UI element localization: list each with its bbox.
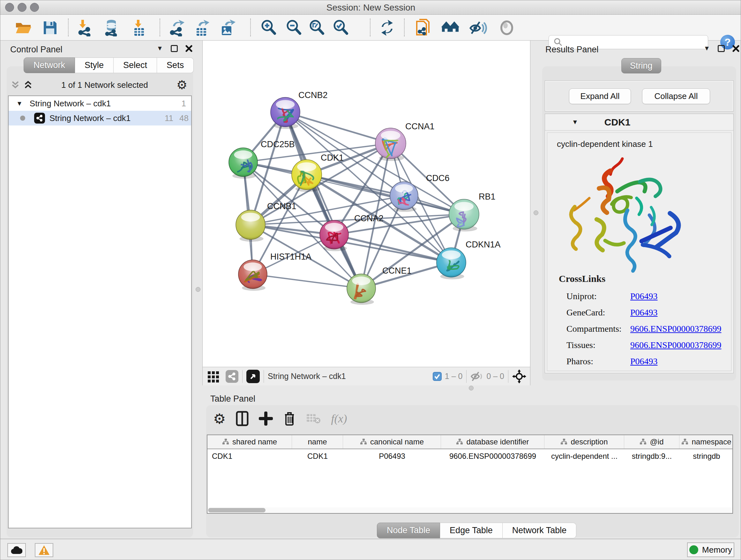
- memory-button[interactable]: Memory: [687, 543, 734, 557]
- home-networks-button[interactable]: [441, 19, 459, 37]
- table-hscrollbar-thumb[interactable]: [208, 508, 266, 512]
- tab-sets[interactable]: Sets: [157, 57, 194, 73]
- column-header-namespace[interactable]: namespace: [679, 435, 733, 449]
- node-CDK1[interactable]: [292, 160, 322, 192]
- edge-CCNB2-CCNA1[interactable]: [285, 112, 391, 143]
- control-panel-float-icon[interactable]: [171, 45, 178, 52]
- crosslink-row: Uniprot:P06493: [566, 288, 725, 304]
- table-cell[interactable]: CDK1: [292, 449, 343, 463]
- network-options-gear-icon[interactable]: ⚙: [177, 78, 187, 92]
- export-image-icon: [219, 19, 237, 37]
- right-splitter-handle[interactable]: [534, 210, 538, 215]
- results-panel-collapse-icon[interactable]: ▼: [704, 45, 710, 52]
- table-panel-tabs: Node TableEdge TableNetwork Table: [377, 523, 576, 538]
- import-table-file-button[interactable]: [130, 19, 148, 37]
- column-header-shared-name[interactable]: shared name: [207, 435, 292, 449]
- warnings-button[interactable]: [35, 543, 53, 557]
- column-header-canonical-name[interactable]: canonical name: [343, 435, 441, 449]
- table-cell[interactable]: cyclin-dependent ...: [544, 449, 624, 463]
- table-cell[interactable]: CDK1: [207, 449, 292, 463]
- open-session-button[interactable]: [14, 19, 32, 37]
- network-canvas[interactable]: CCNB2CCNA1CDC25BCDK1CDC6RB1CCNB1CCNA2CDK…: [202, 41, 530, 367]
- refresh-view-button[interactable]: [378, 19, 396, 37]
- string-import-button[interactable]: [414, 19, 432, 37]
- zoom-selected-button[interactable]: [332, 19, 350, 37]
- crosslink-link[interactable]: P06493: [630, 291, 658, 301]
- tree-expander-icon[interactable]: ▼: [16, 100, 23, 107]
- crosslink-link[interactable]: 9606.ENSP00000378699: [630, 324, 721, 334]
- grid-view-icon[interactable]: [207, 370, 220, 383]
- column-header-@id[interactable]: @id: [624, 435, 679, 449]
- node-HIST1H1A[interactable]: [239, 260, 267, 291]
- crosslink-link[interactable]: 9606.ENSP00000378699: [630, 340, 721, 350]
- tab-node-table[interactable]: Node Table: [377, 523, 440, 538]
- node-RB1[interactable]: [449, 199, 479, 232]
- bottom-splitter-handle[interactable]: [469, 386, 474, 390]
- birds-eye-toggle-button[interactable]: [498, 19, 516, 37]
- table-cell[interactable]: stringdb:9...: [624, 449, 679, 463]
- table-cell[interactable]: stringdb: [679, 449, 733, 463]
- zoom-in-button[interactable]: [260, 19, 278, 37]
- collapse-all-icon[interactable]: [10, 80, 20, 90]
- crosslink-link[interactable]: P06493: [630, 307, 658, 318]
- results-panel-float-icon[interactable]: [718, 45, 725, 52]
- hidden-counts: 0 – 0: [486, 372, 504, 381]
- show-columns-icon[interactable]: [236, 411, 249, 426]
- expand-all-button[interactable]: Expand All: [569, 88, 631, 104]
- tab-network-table[interactable]: Network Table: [502, 523, 577, 538]
- add-column-icon[interactable]: [259, 412, 273, 426]
- network-row[interactable]: String Network – cdk1 11 48: [9, 111, 191, 125]
- export-network-button[interactable]: [168, 19, 186, 37]
- results-tab-string[interactable]: String: [621, 58, 661, 73]
- node-CCNA1[interactable]: [375, 128, 406, 161]
- table-row[interactable]: CDK1CDK1P064939606.ENSP00000378699cyclin…: [207, 449, 732, 463]
- crosslink-link[interactable]: P06493: [630, 356, 658, 367]
- export-table-button[interactable]: [193, 19, 211, 37]
- zoom-out-button[interactable]: [285, 19, 303, 37]
- string-view-icon[interactable]: [226, 370, 239, 383]
- column-header-description[interactable]: description: [544, 435, 624, 449]
- tab-network[interactable]: Network: [23, 57, 75, 73]
- edge-CCNA2-CDKN1A[interactable]: [334, 235, 451, 262]
- column-header-name[interactable]: name: [292, 435, 343, 449]
- table-cell[interactable]: P06493: [343, 449, 441, 463]
- collapse-all-button[interactable]: Collapse All: [642, 88, 710, 104]
- gene-section-header[interactable]: ▼ CDK1: [545, 114, 733, 131]
- network-collection-row[interactable]: ▼ String Network – cdk1 1: [9, 96, 191, 111]
- hide-unhide-button[interactable]: [469, 19, 487, 37]
- tab-style[interactable]: Style: [75, 57, 114, 73]
- delete-column-icon[interactable]: [283, 411, 296, 426]
- node-table[interactable]: shared namenamecanonical namedatabase id…: [207, 435, 733, 514]
- node-CCNE1[interactable]: [347, 274, 376, 305]
- node-CDKN1A[interactable]: [436, 248, 466, 279]
- node-CDC6[interactable]: [390, 182, 418, 212]
- table-cell[interactable]: 9606.ENSP00000378699: [441, 449, 544, 463]
- tab-edge-table[interactable]: Edge Table: [440, 523, 502, 538]
- selected-checkbox-icon[interactable]: [433, 372, 442, 381]
- node-CCNB1[interactable]: [236, 210, 265, 242]
- node-CDC25B[interactable]: [229, 148, 258, 179]
- node-CCNA2[interactable]: [320, 220, 348, 251]
- export-image-button[interactable]: [219, 19, 237, 37]
- cloud-button[interactable]: [7, 543, 26, 557]
- control-panel-collapse-icon[interactable]: ▼: [157, 45, 163, 52]
- control-panel-close-icon[interactable]: [185, 45, 192, 52]
- results-panel-close-icon[interactable]: [732, 45, 739, 52]
- network-graph[interactable]: CCNB2CCNA1CDC25BCDK1CDC6RB1CCNB1CCNA2CDK…: [203, 41, 530, 366]
- import-network-database-button[interactable]: [103, 19, 120, 37]
- expand-all-icon[interactable]: [23, 80, 33, 90]
- table-options-gear-icon[interactable]: ⚙: [213, 411, 226, 427]
- left-splitter-handle[interactable]: [196, 287, 200, 292]
- zoom-fit-button[interactable]: [308, 19, 326, 37]
- table-hscrollbar[interactable]: [207, 507, 732, 513]
- node-label-CDC6: CDC6: [426, 173, 450, 183]
- edge-HIST1H1A-CCNE1[interactable]: [253, 274, 361, 288]
- import-network-file-button[interactable]: [77, 19, 94, 37]
- gene-section-expander-icon[interactable]: ▼: [572, 118, 578, 126]
- pan-crosshair-icon[interactable]: [512, 369, 526, 383]
- save-session-button[interactable]: [41, 19, 59, 37]
- warning-icon: [38, 545, 50, 555]
- tab-select[interactable]: Select: [114, 57, 157, 73]
- birdseye-view-icon[interactable]: [246, 370, 260, 383]
- column-header-database-identifier[interactable]: database identifier: [441, 435, 544, 449]
